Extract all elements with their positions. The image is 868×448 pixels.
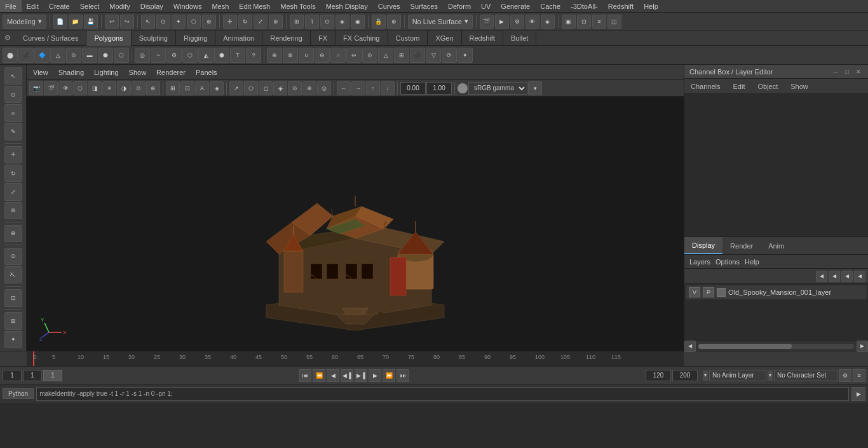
pipe-btn[interactable]: ◎ [135, 48, 150, 63]
sculpt-btn[interactable]: ⛏ [4, 266, 22, 283]
char-set-arrow[interactable]: ▾ [768, 370, 773, 381]
universal-manip-btn[interactable]: ⊛ [4, 202, 22, 219]
soft-mod-btn[interactable]: ⊙ [4, 248, 22, 265]
vp-eye-btn[interactable]: 👁 [58, 81, 72, 95]
menu-edit[interactable]: Edit [22, 0, 44, 12]
vp-sel5-btn[interactable]: ⊙ [288, 81, 302, 95]
tab-fx[interactable]: FX [311, 31, 336, 46]
cone-btn[interactable]: △ [50, 48, 65, 63]
anim-layer-arrow[interactable]: ▾ [703, 370, 708, 381]
vp-sel3-btn[interactable]: ◻ [259, 81, 273, 95]
render-settings-btn[interactable]: ⚙ [510, 15, 524, 29]
poly-btn[interactable]: ⬡ [187, 15, 201, 29]
vp-component-btn[interactable]: ⊕ [146, 81, 160, 95]
paint-select-btn[interactable]: ✎ [4, 123, 22, 140]
vp-wireframe-btn[interactable]: ⬡ [73, 81, 87, 95]
dr-tab-render[interactable]: Render [722, 237, 761, 254]
layer-scroll-left-btn[interactable]: ◀ [684, 341, 696, 352]
layer-prev-btn[interactable]: ◀ [829, 271, 840, 282]
open-scene-btn[interactable]: 📁 [69, 15, 83, 29]
smooth-btn[interactable]: ⊙ [362, 48, 377, 63]
rotate-btn[interactable]: ↻ [4, 165, 22, 182]
dr-tab-display[interactable]: Display [684, 237, 722, 254]
menu-mesh-tools[interactable]: Mesh Tools [275, 0, 320, 12]
vp-shadow-btn[interactable]: ◑ [117, 81, 131, 95]
pb-next-frame-btn[interactable]: ▶▐ [355, 369, 367, 382]
vp-hud-btn[interactable]: ⊡ [180, 81, 194, 95]
render-btn[interactable]: 🎬 [480, 15, 494, 29]
prism-btn[interactable]: ⬢ [214, 48, 229, 63]
vp-color-btn[interactable] [458, 83, 468, 93]
snap-together-btn[interactable]: ⊕ [4, 225, 22, 242]
layer-menu-options[interactable]: Options [715, 258, 740, 266]
lattice-btn[interactable]: ⊞ [4, 312, 22, 329]
vp-isolate-btn[interactable]: ◈ [210, 81, 224, 95]
select-tool-btn[interactable]: ↖ [141, 15, 155, 29]
bool-int-btn[interactable]: ∩ [330, 48, 346, 63]
type-btn[interactable]: T [230, 48, 245, 63]
ch-tab-show[interactable]: Show [784, 79, 815, 93]
soft-select-btn[interactable]: ⊙ [4, 86, 22, 103]
offset-y-input[interactable] [426, 82, 452, 95]
vp-film-btn[interactable]: 🎬 [44, 81, 58, 95]
reduce-btn[interactable]: ▽ [426, 48, 441, 63]
tab-rendering[interactable]: Rendering [262, 31, 311, 46]
menu-mesh-display[interactable]: Mesh Display [321, 0, 373, 12]
tab-rigging[interactable]: Rigging [176, 31, 215, 46]
mode-dropdown[interactable]: Modeling ▾ [3, 15, 46, 29]
triangulate-btn[interactable]: △ [378, 48, 393, 63]
layer-menu-layers[interactable]: Layers [689, 258, 710, 266]
ch-tab-channels[interactable]: Channels [684, 79, 726, 93]
vp-menu-panels[interactable]: Panels [193, 69, 220, 76]
timeline-track[interactable]: 0 5 10 15 20 25 30 35 40 45 50 55 60 65 … [27, 351, 684, 366]
plane-btn[interactable]: ▬ [82, 48, 97, 63]
layout2-btn[interactable]: ⊡ [577, 15, 591, 29]
menu-cache[interactable]: Cache [535, 0, 566, 12]
disk-btn[interactable]: ⬟ [98, 48, 113, 63]
pb-goto-start-btn[interactable]: ⏮ [299, 369, 311, 382]
save-scene-btn[interactable]: 💾 [84, 15, 98, 29]
bool-diff-btn[interactable]: ⊖ [315, 48, 330, 63]
vp-gamma-expand-btn[interactable]: ▾ [528, 81, 542, 95]
vp-menu-renderer[interactable]: Renderer [154, 69, 188, 76]
vp-sel2-btn[interactable]: ⬡ [244, 81, 258, 95]
menu-modify[interactable]: Modify [104, 0, 135, 12]
quadrangulate-btn[interactable]: ⊞ [394, 48, 409, 63]
tab-curves-surfaces[interactable]: Curves / Surfaces [15, 31, 86, 46]
fill-btn[interactable]: ⬛ [410, 48, 425, 63]
vp-menu-show[interactable]: Show [126, 69, 149, 76]
undo-btn[interactable]: ↩ [105, 15, 119, 29]
viewport[interactable]: View Shading Lighting Show Renderer Pane… [27, 65, 684, 351]
tab-custom[interactable]: Custom [388, 31, 428, 46]
scale-tool-btn[interactable]: ⤢ [254, 15, 268, 29]
menu-windows[interactable]: Windows [168, 0, 207, 12]
torus-btn[interactable]: ⊙ [66, 48, 81, 63]
tab-xgen[interactable]: XGen [428, 31, 461, 46]
range-end-input[interactable] [672, 370, 698, 381]
vp-sel7-btn[interactable]: ◎ [317, 81, 331, 95]
vp-menu-shading[interactable]: Shading [56, 69, 86, 76]
layer-scrollbar-thumb[interactable] [698, 344, 792, 349]
pb-goto-end-btn[interactable]: ⏭ [397, 369, 409, 382]
menu-uv[interactable]: UV [476, 0, 496, 12]
vp-menu-lighting[interactable]: Lighting [92, 69, 121, 76]
bool-union-btn[interactable]: ∪ [299, 48, 314, 63]
menu-mesh[interactable]: Mesh [207, 0, 234, 12]
menu-file[interactable]: File [0, 0, 22, 12]
cb-maximize-btn[interactable]: □ [843, 67, 851, 76]
snap-point-btn[interactable]: ⊙ [320, 15, 334, 29]
render-seq-btn[interactable]: ▶ [495, 15, 509, 29]
vp-menu-view[interactable]: View [31, 69, 51, 76]
menu-redshift[interactable]: Redshift [603, 0, 639, 12]
redo-btn[interactable]: ↪ [120, 15, 134, 29]
menu-select[interactable]: Select [75, 0, 105, 12]
vp-light-btn[interactable]: ☀ [102, 81, 116, 95]
dr-tab-anim[interactable]: Anim [761, 237, 792, 254]
cube-btn[interactable]: ⬛ [18, 48, 34, 63]
menu-display[interactable]: Display [135, 0, 168, 12]
vp-manip2-btn[interactable]: → [351, 81, 365, 95]
vp-manip4-btn[interactable]: ↓ [381, 81, 395, 95]
layer-add-btn[interactable]: ◀ [816, 271, 827, 282]
viewport-3d-content[interactable]: persp X Y Z [27, 97, 684, 351]
vp-sel-btn[interactable]: ↗ [229, 81, 243, 95]
